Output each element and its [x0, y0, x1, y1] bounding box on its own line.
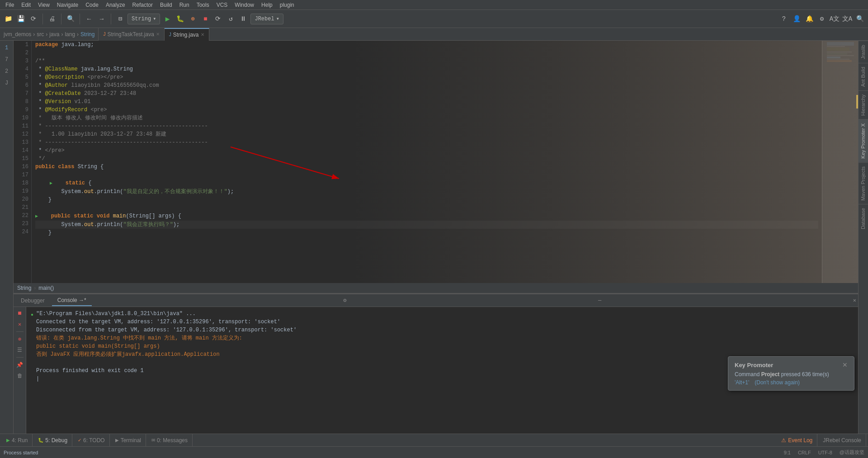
bc-lang[interactable]: lang: [65, 31, 75, 38]
code-line-20: }: [35, 196, 818, 204]
debug-settings-btn[interactable]: ⚙: [343, 297, 346, 304]
menu-code[interactable]: Code: [82, 1, 102, 9]
status-crlf[interactable]: CRLF: [798, 450, 811, 455]
minimap[interactable]: [822, 41, 858, 283]
close-tab-1-btn[interactable]: ✕: [156, 32, 160, 37]
coverage-btn[interactable]: ⊕: [187, 14, 198, 24]
debug-filter-btn[interactable]: ☰: [15, 345, 24, 354]
vtab-hierarchy[interactable]: Hierarchy: [859, 90, 868, 119]
toolbar-translate-btn[interactable]: A文: [829, 14, 840, 24]
menu-analyze[interactable]: Analyze: [102, 1, 129, 9]
sidebar-structure-icon[interactable]: 7: [1, 54, 12, 65]
tab-string[interactable]: J String.java ✕: [165, 28, 209, 41]
bc-path-string[interactable]: String: [17, 285, 31, 291]
run-tab-terminal[interactable]: ▶ Terminal: [111, 434, 146, 447]
sidebar-project-icon[interactable]: 1: [1, 42, 12, 53]
toolbar-settings-btn[interactable]: ⚙: [816, 14, 827, 24]
debug-stop-btn[interactable]: ■: [15, 309, 24, 318]
key-promoter-close-btn[interactable]: ✕: [842, 361, 848, 368]
run-tab-messages[interactable]: ✉ 0: Messages: [147, 434, 193, 447]
bc-string[interactable]: String: [80, 31, 94, 38]
run-tab-todo-label: 6: TODO: [83, 437, 105, 444]
menu-plugin[interactable]: plugin: [276, 1, 298, 9]
menu-bar: File Edit View Navigate Code Analyze Ref…: [0, 0, 868, 10]
vtab-ant-build[interactable]: Ant Build: [859, 63, 868, 90]
toolbar-print-btn[interactable]: 🖨: [47, 14, 57, 24]
menu-vcs[interactable]: VCS: [213, 1, 231, 9]
vtab-key-promoter[interactable]: Key Promoter X: [859, 119, 868, 162]
debug-pin-btn[interactable]: 📌: [15, 360, 24, 369]
stop-btn[interactable]: ■: [200, 14, 211, 24]
debug-disconnect-btn[interactable]: ✕: [15, 320, 24, 329]
menu-refactor[interactable]: Refactor: [129, 1, 156, 9]
bc-jvm[interactable]: jvm_demos: [4, 31, 31, 38]
debugger-tab[interactable]: Debugger: [15, 296, 50, 306]
key-promoter-dont-show-link[interactable]: (Don't show again): [755, 379, 800, 386]
toolbar-open-btn[interactable]: 📁: [3, 14, 14, 24]
error-line-2: public static void main(String[] args): [36, 342, 297, 350]
status-encoding[interactable]: UTF-8: [818, 450, 832, 455]
menu-help[interactable]: Help: [258, 1, 276, 9]
run-config-combo[interactable]: String ▾: [127, 14, 160, 24]
toolbar-sep3: [80, 14, 80, 24]
bc-java[interactable]: java: [49, 31, 59, 38]
key-promoter-shortcut-link[interactable]: 'Alt+1': [735, 379, 749, 386]
tab-string-task-test[interactable]: J StringTaskTest.java ✕: [99, 28, 164, 41]
run-btn[interactable]: ▶: [162, 14, 173, 24]
menu-file[interactable]: File: [2, 1, 18, 9]
menu-tools[interactable]: Tools: [193, 1, 213, 9]
rerun2-btn[interactable]: ↺: [225, 14, 236, 24]
toolbar-translate2-btn[interactable]: 文A: [842, 14, 853, 24]
toolbar-help-btn[interactable]: ?: [778, 14, 789, 24]
toolbar-breakpoints-btn[interactable]: ⊟: [115, 14, 126, 24]
key-promoter-links: 'Alt+1' (Don't show again): [735, 379, 848, 386]
debug-minimize-btn[interactable]: —: [598, 297, 601, 304]
run-tab-messages-icon: ✉: [151, 438, 155, 443]
console-tab[interactable]: Console →*: [52, 295, 92, 306]
toolbar-back-btn[interactable]: ←: [84, 14, 94, 24]
bc-src[interactable]: src: [37, 31, 44, 38]
run-tab-debug[interactable]: 🐛 5: Debug: [33, 434, 72, 447]
menu-window[interactable]: Window: [231, 1, 258, 9]
code-content[interactable]: package java.lang; /** * @ClassName java…: [32, 41, 822, 283]
run-tab-debug-label: 5: Debug: [45, 437, 67, 444]
vtab-database[interactable]: Database: [859, 204, 868, 233]
menu-view[interactable]: View: [34, 1, 53, 9]
line-numbers: 1 2 3 4 5 6 7 8 9 10 11 12 13 14 15 16 1…: [14, 41, 32, 283]
sidebar-favorites-icon[interactable]: 2: [1, 66, 12, 77]
menu-edit[interactable]: Edit: [18, 1, 34, 9]
debug-close-btn[interactable]: ✕: [853, 297, 856, 304]
event-log-tab[interactable]: ⚠ Event Log: [777, 434, 817, 447]
bc-path-main[interactable]: main(): [38, 285, 54, 291]
toolbar-fwd-btn[interactable]: →: [96, 14, 107, 24]
code-editor[interactable]: 1 2 3 4 5 6 7 8 9 10 11 12 13 14 15 16 1…: [14, 41, 858, 283]
debug-trash-btn[interactable]: 🗑: [15, 371, 24, 380]
close-tab-2-btn[interactable]: ✕: [201, 32, 204, 37]
toolbar-sync-btn[interactable]: ⟳: [28, 14, 39, 24]
rerun-btn[interactable]: ⟳: [212, 14, 223, 24]
menu-navigate[interactable]: Navigate: [53, 1, 82, 9]
toolbar-profile-btn[interactable]: 👤: [791, 14, 802, 24]
vtab-maven[interactable]: Maven Projects: [859, 162, 868, 204]
run-tab-run[interactable]: ▶ 4: Run: [2, 434, 33, 447]
disconnected-line: Disconnected from the target VM, address…: [36, 326, 297, 334]
toolbar-search-btn[interactable]: 🔍: [65, 14, 76, 24]
toolbar-save-btn[interactable]: 💾: [15, 14, 26, 24]
menu-build[interactable]: Build: [156, 1, 176, 9]
java-icon: J: [103, 32, 105, 37]
toolbar-search2-btn[interactable]: 🔍: [854, 14, 865, 24]
sidebar-jrebel-icon[interactable]: J: [1, 78, 12, 89]
toolbar-notifications-btn[interactable]: 🔔: [804, 14, 815, 24]
run-tab-debug-icon: 🐛: [38, 438, 43, 443]
pause-btn[interactable]: ⏸: [238, 14, 249, 24]
jrebel-combo[interactable]: JRebel ▾: [250, 14, 283, 24]
debug-btn[interactable]: 🐛: [175, 14, 185, 24]
menu-run[interactable]: Run: [176, 1, 193, 9]
vtab-jraslib[interactable]: Jraslib: [859, 41, 868, 63]
debug-clear-btn[interactable]: ⊗: [15, 335, 24, 344]
toolbar-sep2: [61, 14, 61, 24]
status-right: 9:1 CRLF UTF-8 @话题攻坚: [784, 449, 864, 456]
run-tab-todo[interactable]: ✓ 6: TODO: [73, 434, 110, 447]
jrebel-console-tab[interactable]: JRebel Console: [818, 434, 866, 447]
toolbar: 📁 💾 ⟳ 🖨 🔍 ← → ⊟ String ▾ ▶ 🐛 ⊕ ■ ⟳ ↺ ⏸ J…: [0, 10, 868, 28]
